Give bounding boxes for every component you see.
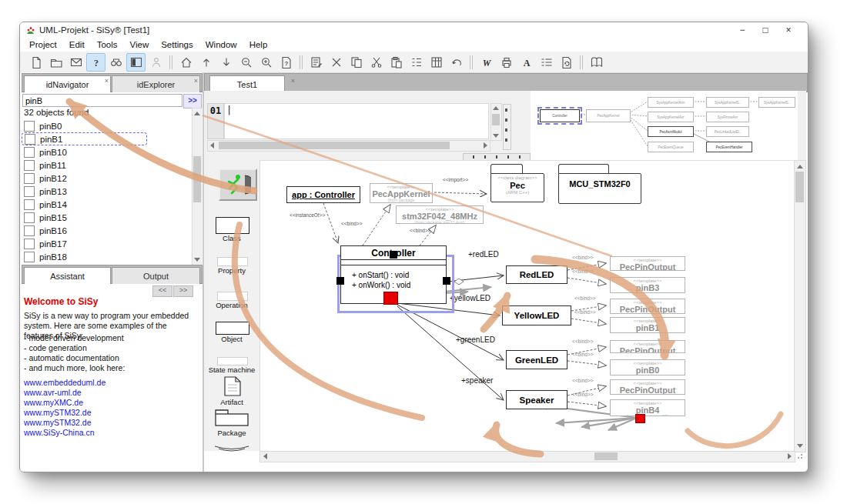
link-www-mystm32-de[interactable]: www.mySTM32.de (24, 408, 105, 418)
edge[interactable] (567, 278, 606, 284)
diagram-hscrollbar[interactable] (259, 451, 795, 462)
relation-handle[interactable] (383, 292, 398, 305)
person-button[interactable] (146, 53, 166, 72)
node-pecpinoutput-yellow[interactable]: <<template>>PecPinOutput(from package pe… (610, 299, 685, 314)
close-icon[interactable]: × (291, 78, 295, 85)
tab-output[interactable]: Output (112, 267, 200, 284)
selection-handle[interactable] (390, 251, 397, 259)
cut-button[interactable] (367, 53, 386, 72)
table-button[interactable] (427, 53, 446, 72)
checkbox[interactable] (24, 239, 35, 249)
overview-node-sysappkernelarm[interactable]: SysAppKernelArm (648, 97, 694, 108)
editor-hscrollbar[interactable] (207, 140, 490, 152)
properties-button[interactable] (306, 53, 326, 72)
find-button[interactable] (106, 53, 126, 72)
node-pecpinoutput-green[interactable]: <<template>>PecPinOutput(from package pe… (610, 340, 685, 353)
shape-state-machine[interactable] (217, 357, 248, 365)
edge[interactable] (397, 306, 504, 400)
edge[interactable] (567, 361, 606, 365)
tree-list-button[interactable] (407, 53, 426, 72)
menu-project[interactable]: Project (23, 40, 63, 49)
close-button[interactable]: × (777, 22, 800, 38)
link-www-mystm32-de[interactable]: www.mySTM32.de (24, 418, 105, 428)
menu-settings[interactable]: Settings (155, 40, 199, 49)
doc-question-button[interactable]: ? (276, 53, 296, 72)
checkbox[interactable] (24, 160, 35, 171)
diagram-canvas[interactable]: <<instanceOf>><<bind>><<bind>><<import>>… (259, 160, 795, 452)
menu-view[interactable]: View (123, 40, 155, 49)
link-www-sisy-china-cn[interactable]: www.SiSy-China.cn (24, 428, 105, 438)
menu-tools[interactable]: Tools (91, 40, 124, 49)
shape-property[interactable] (217, 257, 248, 266)
nav-up-button[interactable] (196, 53, 216, 72)
selection-handle[interactable] (443, 277, 450, 285)
nav-item-pinb13[interactable]: pinB13 (22, 185, 191, 198)
overview-node-pecappkernel[interactable]: PecAppKernel (586, 109, 631, 122)
nav-item-pinb18[interactable]: pinB18 (22, 250, 191, 263)
checkbox[interactable] (24, 225, 35, 236)
node-pinb0[interactable]: <<template>>pinB0(from package portGB) (610, 359, 685, 375)
nav-item-pinb16[interactable]: pinB16 (22, 224, 191, 237)
node-pinb1[interactable]: <<template>>pinB1(from package portGB) (610, 317, 685, 333)
link-www-avr-uml-de[interactable]: www.avr-uml.de (24, 388, 105, 398)
link-www-embeddeduml-de[interactable]: www.embeddeduml.de (24, 378, 105, 388)
selection-handle[interactable] (336, 277, 344, 285)
assistant-next-button[interactable]: >> (173, 285, 193, 297)
diagram-vscrollbar[interactable] (794, 160, 806, 452)
editor-zoom-slider[interactable] (503, 104, 511, 150)
node-pec-app-kernel[interactable]: <<template>>PecAppKernel(from package pe… (370, 183, 433, 203)
open-folder-button[interactable] (46, 53, 65, 72)
assistant-prev-button[interactable]: << (152, 285, 172, 297)
format-button[interactable] (537, 53, 556, 72)
node-app-controller[interactable]: app : Controller (286, 186, 360, 203)
zoom-in-button[interactable] (256, 53, 276, 72)
search-go-button[interactable]: >> (183, 94, 202, 108)
edge[interactable] (571, 319, 606, 324)
new-file-button[interactable] (26, 53, 45, 72)
node-pec-package[interactable]: <<class diagram>>Pec(ARM C++) (490, 173, 544, 202)
word-export-button[interactable]: W (477, 53, 496, 72)
node-speaker[interactable]: Speaker (506, 390, 567, 409)
window-layout-button[interactable] (126, 53, 146, 72)
editor-vscrollbar[interactable] (490, 103, 502, 141)
run-button[interactable] (219, 169, 257, 201)
menu-edit[interactable]: Edit (63, 40, 91, 49)
refresh-button[interactable] (557, 53, 576, 72)
nav-item-pinb10[interactable]: pinB10 (22, 145, 191, 159)
link-www-myxmc-de[interactable]: www.myXMC.de (24, 398, 105, 408)
node-greenled[interactable]: GreenLED (506, 350, 567, 369)
nav-item-pinb12[interactable]: pinB12 (22, 172, 191, 185)
delete-button[interactable] (326, 53, 346, 72)
tab-idexplorer[interactable]: idExplorer × (112, 75, 200, 92)
node-pecpinoutput-red[interactable]: <<template>>PecPinOutput(from package pe… (610, 256, 685, 271)
shape-artifact[interactable] (223, 376, 242, 396)
tab-test1[interactable]: Test1 × (209, 75, 285, 92)
node-pecpinoutput-speaker[interactable]: <<template>>PecPinOutput(from package pe… (610, 379, 685, 395)
shape-package[interactable] (214, 409, 249, 427)
menu-help[interactable]: Help (243, 40, 274, 49)
overview-node-sysappkernels[interactable]: SysAppKernelS.. (758, 97, 795, 108)
scrollbar-thumb[interactable] (594, 452, 618, 460)
relation-handle-pinb4[interactable] (635, 414, 645, 423)
nav-item-pinb1[interactable]: pinB1 (22, 132, 147, 145)
minimize-button[interactable]: − (731, 22, 754, 38)
close-icon[interactable]: × (194, 78, 198, 85)
checkbox[interactable] (24, 173, 35, 184)
edge[interactable] (363, 205, 390, 245)
print-button[interactable] (497, 53, 516, 72)
overview-node-peceventqueue[interactable]: PecEventQueue (648, 142, 694, 152)
copy-button[interactable] (346, 53, 366, 72)
scrollbar-thumb[interactable] (219, 142, 450, 149)
checkbox[interactable] (24, 147, 35, 158)
edge[interactable] (323, 203, 338, 243)
zoom-out-button[interactable] (236, 53, 256, 72)
overview-node-controller[interactable]: Controller (540, 109, 580, 122)
edge[interactable] (434, 192, 487, 194)
shape-operation[interactable] (217, 292, 248, 301)
mail-button[interactable] (66, 53, 85, 72)
shape-class[interactable] (216, 217, 249, 234)
scrollbar-thumb[interactable] (795, 172, 804, 202)
nav-item-pinb17[interactable]: pinB17 (22, 237, 191, 250)
edge[interactable] (567, 402, 606, 406)
resize-grip[interactable] (796, 452, 802, 459)
